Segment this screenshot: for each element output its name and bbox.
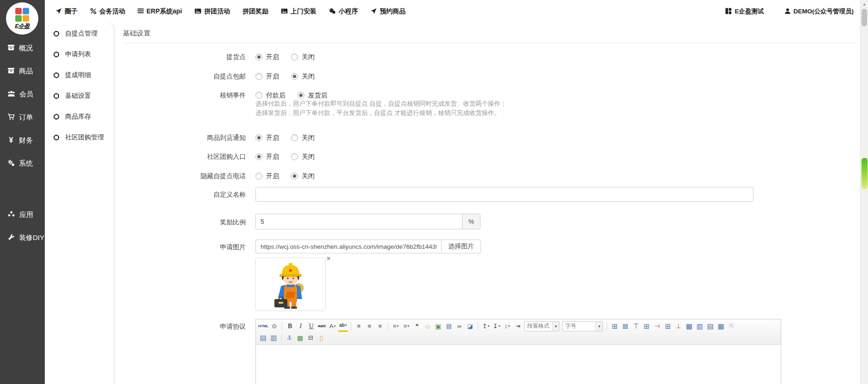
- editor-content-area[interactable]: [256, 345, 781, 384]
- remove-image-button[interactable]: ×: [327, 255, 330, 262]
- align-center-button[interactable]: ≡: [364, 321, 374, 331]
- radio-icon[interactable]: [255, 54, 262, 60]
- radio-icon[interactable]: [291, 153, 298, 160]
- italic-button[interactable]: I: [296, 321, 305, 331]
- radio-option-entry-off[interactable]: 关闭: [291, 151, 315, 162]
- nav-item-group-buy-activity[interactable]: 拼团活动: [194, 7, 230, 16]
- insert-link-button[interactable]: ∞: [455, 321, 464, 331]
- radio-option-after-payment[interactable]: 付款后: [255, 90, 285, 100]
- blockquote-button[interactable]: ❝: [412, 321, 422, 331]
- radio-icon[interactable]: [255, 73, 262, 80]
- insert-row-button[interactable]: ⊞: [642, 321, 651, 331]
- submenu-item-application-list[interactable]: 申请列表: [45, 44, 113, 65]
- radio-icon[interactable]: [255, 92, 262, 99]
- radio-icon[interactable]: [255, 134, 262, 141]
- print-button[interactable]: ⊟: [306, 333, 316, 342]
- custom-name-input[interactable]: [255, 187, 753, 202]
- insert-column-button[interactable]: ⊞: [663, 321, 673, 331]
- strikethrough-button[interactable]: ABC: [317, 321, 327, 331]
- align-left-button[interactable]: ≡: [354, 321, 364, 331]
- choose-image-button[interactable]: 选择图片: [441, 240, 481, 253]
- indent-button[interactable]: ⇥: [513, 321, 522, 331]
- radio-icon[interactable]: [291, 54, 298, 60]
- paste-button[interactable]: ▯: [316, 333, 326, 342]
- scrollbar-thumb[interactable]: [862, 9, 867, 26]
- radio-option-entry-on[interactable]: 开启: [255, 151, 279, 162]
- line-height-button[interactable]: ↕▾: [502, 321, 512, 331]
- sidebar-item-members[interactable]: 会员: [0, 83, 45, 106]
- table-properties-button[interactable]: ▦: [716, 321, 726, 331]
- reward-ratio-input[interactable]: [255, 214, 462, 229]
- insert-image-button[interactable]: ▣: [433, 321, 443, 331]
- submenu-item-basic-settings[interactable]: 基础设置: [45, 85, 113, 106]
- apply-image-url-input[interactable]: [255, 240, 441, 253]
- radio-option-hidephone-on[interactable]: 开启: [255, 171, 279, 181]
- radio-icon[interactable]: [291, 173, 298, 180]
- split-to-columns-button[interactable]: ▥: [269, 333, 279, 342]
- sidebar-item-system[interactable]: 系统: [0, 152, 45, 175]
- radio-option-freeship-off[interactable]: 关闭: [291, 71, 315, 81]
- paragraph-format-select[interactable]: 段落格式▾: [524, 321, 559, 331]
- insert-table-button[interactable]: ⊞: [610, 321, 619, 331]
- radio-option-freeship-on[interactable]: 开启: [255, 71, 279, 81]
- align-right-button[interactable]: ≡: [375, 321, 385, 331]
- unordered-list-button[interactable]: ≡▾: [401, 321, 411, 331]
- nav-item-circle[interactable]: 圈子: [55, 7, 78, 16]
- radio-option-pickup-on[interactable]: 开启: [255, 52, 279, 62]
- account-user[interactable]: DEMO(公众号管理员): [784, 7, 854, 16]
- submenu-item-pickup-point-management[interactable]: 自提点管理: [45, 23, 113, 44]
- preview-button[interactable]: ⊙: [269, 321, 279, 331]
- sidebar-item-overview[interactable]: 概况: [0, 36, 45, 60]
- delete-row-button[interactable]: ⊣: [652, 321, 662, 331]
- delete-table-button[interactable]: ⊠: [620, 321, 630, 331]
- margin-bottom-button[interactable]: ↧▾: [492, 321, 501, 331]
- insert-video-button[interactable]: ▤: [444, 321, 454, 331]
- radio-icon[interactable]: [291, 73, 298, 80]
- sidebar-item-orders[interactable]: 订单: [0, 106, 45, 129]
- insert-map-button[interactable]: ▩: [295, 333, 305, 342]
- font-size-select[interactable]: 字号▾: [562, 321, 603, 331]
- radio-option-after-shipping[interactable]: 发货后: [297, 90, 328, 100]
- radio-icon[interactable]: [297, 92, 304, 99]
- emoji-button[interactable]: ☺: [423, 321, 432, 331]
- radio-option-notice-off[interactable]: 关闭: [291, 132, 315, 143]
- nav-item-group-buy-reward[interactable]: 拼团奖励: [243, 7, 268, 16]
- radio-option-hidephone-off[interactable]: 关闭: [291, 171, 315, 181]
- radio-icon[interactable]: [291, 134, 298, 141]
- html-source-button[interactable]: HTML: [258, 321, 268, 331]
- account-merchant[interactable]: E企盈测试: [725, 7, 764, 16]
- merge-down-button[interactable]: ▤: [705, 321, 715, 331]
- scroll-widget-green[interactable]: [862, 158, 868, 189]
- nav-item-erp-api[interactable]: ERP系统api: [138, 7, 182, 16]
- radio-icon[interactable]: [255, 173, 262, 180]
- anchor-button[interactable]: ⚓: [285, 333, 294, 342]
- radio-option-pickup-off[interactable]: 关闭: [291, 52, 315, 62]
- merge-right-button[interactable]: ▥: [695, 321, 704, 331]
- ordered-list-button[interactable]: ≡▾: [391, 321, 401, 331]
- sidebar-item-diy[interactable]: 装修DIY: [0, 226, 45, 249]
- nav-item-reserve-product[interactable]: 预约商品: [370, 7, 406, 16]
- margin-top-button[interactable]: ↥▾: [481, 321, 491, 331]
- nav-item-mini-program[interactable]: 小程序: [329, 7, 358, 16]
- highlight-color-button[interactable]: ab▾: [338, 321, 348, 332]
- underline-button[interactable]: U: [306, 321, 316, 331]
- submenu-item-community-group-buy[interactable]: 社区团购管理: [45, 127, 113, 148]
- radio-option-notice-on[interactable]: 开启: [255, 132, 279, 143]
- split-to-rows-button[interactable]: ▤: [258, 333, 268, 342]
- nav-item-home-install[interactable]: 上门安装: [281, 7, 316, 16]
- table-header-button[interactable]: ⊤: [631, 321, 641, 331]
- submenu-item-commission-detail[interactable]: 提成明细: [45, 65, 113, 85]
- cell-properties-button[interactable]: ▦: [684, 321, 694, 331]
- sidebar-item-apps[interactable]: 应用: [0, 203, 45, 226]
- eraser-button[interactable]: ◪: [465, 321, 475, 331]
- sidebar-item-products[interactable]: 商品: [0, 60, 45, 83]
- page-title: 基础设置: [123, 29, 151, 38]
- sidebar-item-finance[interactable]: ¥ 财务: [0, 129, 45, 152]
- radio-icon[interactable]: [255, 153, 262, 160]
- font-color-button[interactable]: A▾: [328, 321, 337, 331]
- bold-button[interactable]: B: [285, 321, 295, 331]
- submenu-item-product-stock[interactable]: 商品库存: [45, 106, 113, 127]
- scrollbar-up-arrow[interactable]: ▲: [861, 1, 868, 7]
- nav-item-meeting-activity[interactable]: 会务活动: [90, 7, 125, 16]
- delete-column-button[interactable]: ⊥: [674, 321, 683, 331]
